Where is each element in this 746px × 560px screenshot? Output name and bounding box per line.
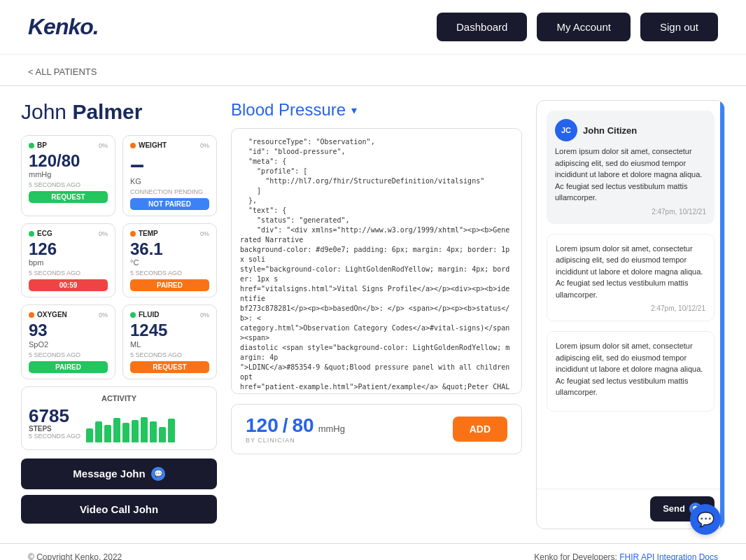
vital-value-bp: 120/80: [29, 152, 108, 170]
vital-card-ecg: ECG 0% 126 bpm 5 SECONDS AGO 00:59: [21, 223, 115, 298]
all-patients-link[interactable]: < ALL PATIENTS: [28, 66, 97, 77]
steps-value: 6785: [29, 407, 80, 425]
vital-meta-oxygen: 0%: [99, 312, 108, 318]
vital-badge-bp[interactable]: REQUEST: [29, 191, 108, 203]
chevron-down-icon[interactable]: ▾: [351, 104, 357, 117]
chat-text-3: Lorem ipsum dolor sit amet, consectetur …: [556, 340, 705, 398]
vital-time-oxygen: 5 SECONDS AGO: [29, 351, 108, 358]
message-button[interactable]: Message John 💬: [21, 458, 217, 489]
vital-time-fluid: 5 SECONDS AGO: [130, 351, 209, 358]
status-dot-bp: [29, 143, 34, 148]
chat-panel: JC John Citizen Lorem ipsum dolor sit am…: [536, 100, 725, 529]
chat-message-2: Lorem ipsum dolor sit amet, consectetur …: [547, 234, 715, 322]
patient-name: John Palmer: [21, 100, 217, 124]
bp-title: Blood Pressure: [231, 100, 346, 120]
middle-panel: Blood Pressure ▾ "resourceType": "Observ…: [231, 100, 522, 529]
vital-value-fluid: 1245: [130, 321, 209, 340]
video-call-button[interactable]: Video Call John: [21, 495, 217, 524]
floating-chat-button[interactable]: 💬: [690, 504, 721, 535]
chat-text-2: Lorem ipsum dolor sit amet, consectetur …: [556, 243, 705, 301]
vital-meta-temp: 0%: [200, 230, 209, 237]
vital-label-temp: TEMP: [139, 230, 158, 237]
bp-reading-bar: 120 / 80 mmHg BY CLINICIAN ADD: [231, 404, 522, 454]
status-dot-weight: [130, 143, 136, 148]
vital-time-temp: 5 SECONDS AGO: [130, 270, 209, 276]
vital-label-weight: WEIGHT: [139, 141, 167, 149]
chat-sender-1: John Citizen: [583, 125, 637, 136]
activity-card: ACTIVITY 6785 STEPS 5 SECONDS AGO: [21, 386, 217, 450]
activity-bar: [168, 419, 175, 442]
vital-value-temp: 36.1: [130, 240, 209, 258]
status-dot-fluid: [130, 312, 136, 318]
vital-badge-fluid[interactable]: REQUEST: [130, 361, 209, 373]
activity-bar: [122, 423, 129, 442]
vital-badge-temp[interactable]: PAIRED: [130, 279, 209, 291]
vital-unit-bp: mmHg: [29, 170, 108, 178]
vital-value-oxygen: 93: [29, 321, 108, 340]
fhir-docs-link[interactable]: FHIR API Integration Docs: [619, 552, 718, 560]
copyright: © Copyright Kenko. 2022: [28, 552, 122, 560]
status-dot-ecg: [29, 231, 34, 237]
bp-systolic: 120: [246, 414, 279, 437]
header: Kenko. Dashboard My Account Sign out: [0, 0, 746, 55]
chat-time-1: 2:47pm, 10/12/21: [555, 208, 706, 216]
vital-badge-ecg[interactable]: 00:59: [29, 279, 108, 291]
vital-unit-fluid: ML: [130, 340, 209, 349]
vital-unit-oxygen: SpO2: [29, 340, 108, 349]
activity-bar: [159, 427, 166, 442]
vital-unit-temp: °C: [130, 258, 209, 267]
activity-bar: [132, 420, 139, 442]
activity-bar: [95, 421, 102, 442]
bp-unit: mmHg: [318, 424, 345, 434]
vital-meta-ecg: 0%: [99, 230, 108, 237]
activity-time: 5 SECONDS AGO: [29, 433, 80, 440]
bp-diastolic: 80: [293, 414, 314, 437]
vital-unit-ecg: bpm: [29, 258, 108, 267]
vital-value-weight: –: [130, 152, 209, 177]
fhir-code-box: "resourceType": "Observation", "id": "bl…: [231, 128, 522, 394]
bp-separator: /: [283, 414, 288, 437]
vital-badge-oxygen[interactable]: PAIRED: [29, 361, 108, 373]
activity-bar: [141, 417, 148, 442]
vital-card-oxygen: OXYGEN 0% 93 SpO2 5 SECONDS AGO PAIRED: [21, 304, 115, 379]
vital-time-weight: CONNECTION PENDING: [130, 188, 209, 195]
dashboard-button[interactable]: Dashboard: [437, 13, 527, 41]
chat-messages: JC John Citizen Lorem ipsum dolor sit am…: [537, 101, 724, 489]
vital-meta-weight: 0%: [200, 142, 209, 149]
left-panel: John Palmer BP 0% 120/80 mmHg 5 SECONDS …: [21, 100, 217, 529]
vital-time-ecg: 5 SECONDS AGO: [29, 270, 108, 276]
activity-bar: [150, 421, 157, 442]
vital-card-fluid: FLUID 0% 1245 ML 5 SECONDS AGO REQUEST: [122, 304, 217, 379]
vital-badge-weight[interactable]: NOT PAIRED: [130, 198, 209, 210]
avatar-john-citizen: JC: [555, 119, 577, 141]
footer: © Copyright Kenko. 2022 Kenko for Develo…: [0, 543, 746, 560]
vital-value-ecg: 126: [29, 240, 108, 258]
activity-bar: [113, 418, 120, 442]
chat-accent-bar: [720, 101, 724, 528]
activity-bar: [104, 425, 111, 442]
vital-label-bp: BP: [37, 141, 47, 149]
chat-message-1: JC John Citizen Lorem ipsum dolor sit am…: [547, 111, 715, 224]
vital-meta-bp: 0%: [99, 142, 108, 149]
breadcrumb: < ALL PATIENTS: [0, 55, 746, 86]
activity-title: ACTIVITY: [29, 394, 209, 402]
vital-card-temp: TEMP 0% 36.1 °C 5 SECONDS AGO PAIRED: [122, 223, 217, 298]
bp-source: BY CLINICIAN: [246, 437, 345, 444]
chat-message-3: Lorem ipsum dolor sit amet, consectetur …: [547, 331, 715, 412]
chat-time-2: 2:47pm, 10/12/21: [556, 304, 705, 312]
vital-label-ecg: ECG: [37, 230, 52, 237]
sign-out-button[interactable]: Sign out: [640, 13, 718, 41]
footer-dev: Kenko for Developers: FHIR API Integrati…: [534, 552, 718, 560]
add-reading-button[interactable]: ADD: [453, 416, 507, 442]
header-nav: Dashboard My Account Sign out: [437, 13, 718, 41]
vital-label-oxygen: OXYGEN: [37, 311, 67, 318]
main-content: John Palmer BP 0% 120/80 mmHg 5 SECONDS …: [0, 86, 746, 543]
message-chat-icon: 💬: [151, 467, 165, 481]
vital-label-fluid: FLUID: [139, 311, 159, 318]
status-dot-temp: [130, 231, 136, 237]
activity-bar: [86, 428, 93, 442]
chat-text-1: Lorem ipsum dolor sit amet, consectetur …: [555, 146, 706, 204]
logo: Kenko.: [28, 14, 99, 40]
vitals-grid: BP 0% 120/80 mmHg 5 SECONDS AGO REQUEST …: [21, 135, 217, 379]
my-account-button[interactable]: My Account: [537, 13, 631, 41]
